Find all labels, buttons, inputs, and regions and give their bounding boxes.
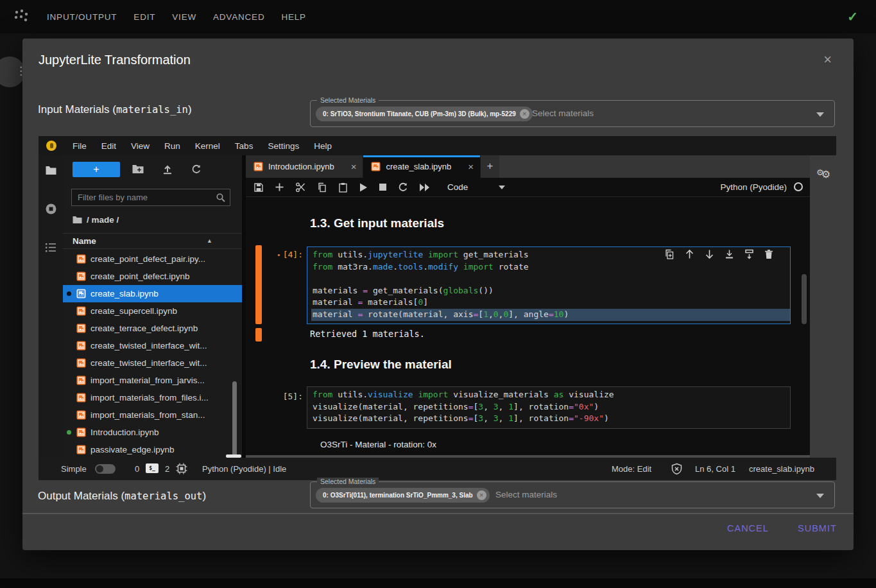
move-cell-up-icon[interactable]	[685, 249, 694, 259]
terminal-icon[interactable]: $_	[146, 463, 159, 473]
refresh-icon[interactable]	[191, 164, 202, 175]
file-list-header[interactable]: Name ▲	[63, 233, 242, 249]
app-logo-icon[interactable]	[13, 8, 30, 25]
jupyter-menu-run[interactable]: Run	[164, 141, 180, 151]
table-of-contents-icon[interactable]	[46, 243, 56, 252]
chip-remove-icon[interactable]: ×	[520, 109, 529, 119]
notebook-dock: Introduction.ipynb× create_slab.ipynb×+ …	[246, 155, 810, 458]
code-line[interactable]: visualize(material, repetitions=[3, 3, 1…	[311, 413, 790, 425]
jupyter-menu-view[interactable]: View	[131, 141, 150, 151]
save-icon[interactable]	[253, 182, 264, 193]
file-row[interactable]: create_terrace_defect.ipynb	[63, 320, 242, 337]
code-line[interactable]	[311, 273, 790, 285]
code-cell[interactable]: from utils.visualize import visualize_ma…	[307, 386, 791, 429]
duplicate-cell-icon[interactable]	[664, 249, 674, 259]
floating-menu-button[interactable]: ⋮	[0, 56, 25, 87]
code-line[interactable]: from mat3ra.made.tools.modify import rot…	[311, 261, 790, 273]
file-list-scrollbar[interactable]	[232, 381, 237, 456]
kernel-status-icon[interactable]	[794, 182, 803, 191]
new-tab-button[interactable]: +	[481, 155, 499, 178]
restart-kernel-icon[interactable]	[398, 182, 408, 193]
submit-button[interactable]: SUBMIT	[798, 523, 837, 533]
code-line[interactable]: material = rotate(material, axis=[1,0,0]…	[311, 309, 790, 321]
kernel-busy-dot	[67, 291, 71, 296]
notebook-file-icon	[76, 410, 86, 420]
stop-kernel-icon[interactable]	[379, 183, 387, 191]
file-row[interactable]: create_point_defect.ipynb	[63, 268, 242, 285]
restart-run-all-icon[interactable]	[419, 183, 431, 192]
cell-output-collapser[interactable]	[255, 328, 262, 342]
cursor-position[interactable]: Ln 6, Col 1	[695, 464, 735, 474]
new-folder-icon[interactable]	[132, 164, 144, 174]
insert-cell-below-icon[interactable]	[744, 249, 754, 259]
run-cell-icon[interactable]	[359, 182, 368, 193]
output-materials-select[interactable]: Selected Materials 0: O3SrTi(011), termi…	[310, 481, 835, 508]
dialog-close-icon[interactable]: ×	[823, 53, 832, 67]
upload-icon[interactable]	[162, 164, 173, 175]
cell-type-select[interactable]: Code	[447, 182, 468, 192]
topbar-menu-advanced[interactable]: ADVANCED	[213, 12, 264, 22]
file-row[interactable]: Introduction.ipynb	[63, 424, 242, 441]
kernel-status-label[interactable]: Python (Pyodide) | Idle	[202, 464, 286, 474]
cut-cells-icon[interactable]	[295, 182, 306, 193]
new-launcher-button[interactable]: +	[73, 162, 120, 177]
jupyter-menu-help[interactable]: Help	[314, 141, 332, 151]
jupyter-menu-edit[interactable]: Edit	[101, 141, 116, 151]
settings-gears-icon[interactable]: ⚙⚙	[816, 166, 830, 178]
delete-cell-icon[interactable]	[764, 249, 773, 259]
jupyter-menu-file[interactable]: File	[73, 141, 87, 151]
kernel-name-button[interactable]: Python (Pyodide)	[720, 182, 787, 192]
sort-ascending-icon: ▲	[207, 238, 212, 244]
file-row[interactable]: create_slab.ipynb	[63, 285, 242, 302]
tab-introduction-ipynb[interactable]: Introduction.ipynb×	[246, 155, 363, 178]
jupyter-status-bar: Simple 0 $_ 2 Python (Pyodide) | Idle Mo…	[39, 458, 836, 480]
tab-close-icon[interactable]: ×	[468, 161, 474, 172]
topbar-menu-edit[interactable]: EDIT	[133, 12, 155, 22]
file-row[interactable]: passivate_edge.ipynb	[63, 441, 242, 458]
folder-icon	[73, 216, 82, 224]
file-row[interactable]: create_twisted_interface_wit...	[63, 337, 242, 354]
file-row[interactable]: create_twisted_interface_wit...	[63, 354, 242, 372]
file-row[interactable]: import_material_from_jarvis...	[63, 372, 242, 389]
topbar-menu-view[interactable]: VIEW	[172, 12, 196, 22]
jupyter-menu-kernel[interactable]: Kernel	[195, 141, 220, 151]
move-cell-down-icon[interactable]	[705, 249, 714, 259]
running-kernels-icon[interactable]	[46, 203, 56, 214]
kernel-chip-icon[interactable]	[176, 463, 187, 474]
material-chip: 0: SrTiO3, Strontium Titanate, CUB (Pm-3…	[316, 107, 533, 121]
chip-remove-icon[interactable]: ×	[477, 490, 486, 500]
filter-files-input[interactable]	[71, 189, 230, 206]
notebook-scrollbar-thumb[interactable]	[802, 274, 807, 324]
file-row[interactable]: create_supercell.ipynb	[63, 302, 242, 320]
code-line[interactable]: materials = get_materials(globals())	[311, 285, 790, 297]
input-materials-select[interactable]: Selected Materials 0: SrTiO3, Strontium …	[310, 100, 835, 127]
topbar-menu-help[interactable]: HELP	[281, 12, 305, 22]
cancel-button[interactable]: CANCEL	[727, 523, 769, 533]
code-line[interactable]: material = materials[0]	[311, 297, 790, 309]
paste-cells-icon[interactable]	[338, 182, 348, 193]
breadcrumb[interactable]: / made /	[73, 213, 119, 226]
dropdown-arrow-icon[interactable]	[816, 112, 824, 117]
tab-close-icon[interactable]: ×	[351, 161, 357, 172]
active-cell-dot: •	[277, 251, 281, 259]
code-line[interactable]: from utils.visualize import visualize_ma…	[311, 389, 790, 401]
jupyter-menu-settings[interactable]: Settings	[268, 141, 299, 151]
cell-type-caret-icon[interactable]	[499, 186, 505, 189]
check-icon[interactable]: ✓	[847, 9, 858, 24]
dropdown-arrow-icon[interactable]	[816, 494, 824, 498]
output-materials-label: Output Materials (materials_out)	[38, 490, 206, 503]
file-browser-icon[interactable]	[46, 166, 56, 175]
copy-cells-icon[interactable]	[317, 182, 327, 193]
topbar-menu-input-output[interactable]: INPUT/OUTPUT	[47, 12, 117, 22]
file-row[interactable]: create_point_defect_pair.ipy...	[63, 250, 242, 268]
trust-shield-icon[interactable]	[671, 463, 683, 475]
file-row[interactable]: import_materials_from_stan...	[63, 406, 242, 424]
file-row[interactable]: import_materials_from_files.i...	[63, 389, 242, 406]
tab-create_slab-ipynb[interactable]: create_slab.ipynb×	[363, 155, 481, 178]
simple-mode-toggle[interactable]	[95, 464, 116, 474]
add-cell-icon[interactable]	[275, 182, 284, 192]
jupyter-menu-tabs[interactable]: Tabs	[235, 141, 253, 151]
insert-cell-above-icon[interactable]	[725, 249, 734, 259]
notebook-content[interactable]: 1.3. Get input materials •[4]: from util…	[246, 197, 810, 458]
code-line[interactable]: visualize(material, repetitions=[3, 3, 1…	[311, 401, 790, 413]
